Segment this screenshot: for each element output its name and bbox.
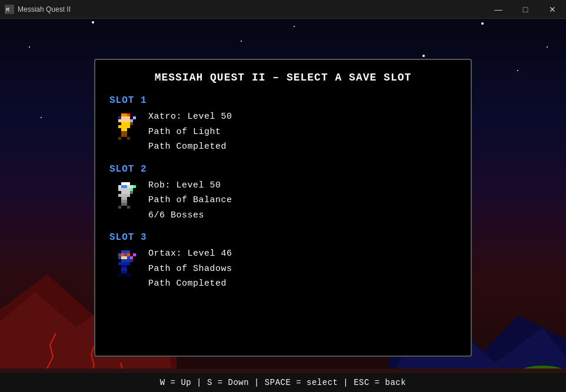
slot-1-status: Path Completed — [148, 139, 232, 155]
svg-rect-18 — [0, 368, 566, 373]
slot-1-path: Path of Light — [148, 125, 232, 140]
dialog-title: MESSIAH QUEST II – SELECT A SAVE SLOT — [109, 72, 457, 83]
slot-3-content: Ortax: Level 46 Path of Shadows Path Com… — [109, 246, 457, 292]
titlebar: M Messiah Quest II — □ ✕ — [0, 0, 566, 19]
app-icon: M — [5, 5, 14, 14]
footer-text: W = Up | S = Down | SPACE = select | ESC… — [160, 378, 406, 387]
minimize-button[interactable]: — — [485, 0, 512, 19]
slot-3[interactable]: SLOT 3 Ortax: Level 46 Path of Shadows P… — [109, 232, 457, 292]
slot-3-status: Path Completed — [148, 276, 232, 292]
slot-2[interactable]: SLOT 2 Rob: Level 50 Path of Balance 6/6… — [109, 164, 457, 223]
save-slot-dialog: MESSIAH QUEST II – SELECT A SAVE SLOT SL… — [94, 59, 472, 357]
slot-1-name-level: Xatro: Level 50 — [148, 109, 232, 125]
svg-point-8 — [422, 55, 425, 57]
svg-point-3 — [481, 22, 484, 25]
svg-point-7 — [294, 26, 295, 27]
svg-point-5 — [41, 117, 42, 118]
slot-3-sprite — [109, 246, 139, 287]
svg-point-1 — [241, 41, 242, 42]
slot-2-status: 6/6 Bosses — [148, 208, 232, 223]
svg-point-6 — [547, 46, 548, 48]
maximize-button[interactable]: □ — [512, 0, 539, 19]
footer-controls: W = Up | S = Down | SPACE = select | ESC… — [0, 373, 566, 392]
slot-2-label: SLOT 2 — [109, 164, 457, 175]
slot-3-info: Ortax: Level 46 Path of Shadows Path Com… — [148, 246, 232, 292]
titlebar-left: M Messiah Quest II — [0, 5, 71, 14]
slot-1-label: SLOT 1 — [109, 95, 457, 106]
slot-2-path: Path of Balance — [148, 193, 232, 208]
svg-point-9 — [29, 46, 30, 48]
svg-text:M: M — [6, 7, 9, 14]
svg-point-4 — [517, 70, 518, 71]
titlebar-controls: — □ ✕ — [485, 0, 566, 19]
slot-2-sprite — [109, 178, 139, 219]
slot-2-name-level: Rob: Level 50 — [148, 178, 232, 193]
slot-1-info: Xatro: Level 50 Path of Light Path Compl… — [148, 109, 232, 155]
slot-1[interactable]: SLOT 1 Xatro: Level 50 Path of Light Pat… — [109, 95, 457, 155]
svg-point-0 — [92, 21, 94, 24]
slot-3-name-level: Ortax: Level 46 — [148, 246, 232, 262]
window-title: Messiah Quest II — [18, 5, 71, 14]
slot-2-content: Rob: Level 50 Path of Balance 6/6 Bosses — [109, 178, 457, 223]
slot-3-label: SLOT 3 — [109, 232, 457, 243]
close-button[interactable]: ✕ — [539, 0, 566, 19]
slot-3-path: Path of Shadows — [148, 262, 232, 277]
slot-1-sprite — [109, 109, 139, 150]
slot-2-info: Rob: Level 50 Path of Balance 6/6 Bosses — [148, 178, 232, 223]
slot-1-content: Xatro: Level 50 Path of Light Path Compl… — [109, 109, 457, 155]
